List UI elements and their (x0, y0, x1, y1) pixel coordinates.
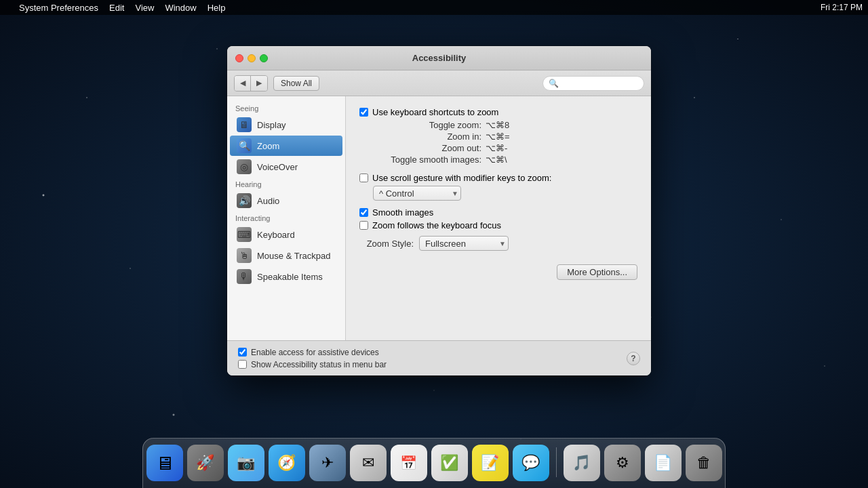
zoom-icon: 🔍 (237, 138, 252, 153)
dock-item-calendar[interactable]: 📅 (391, 445, 427, 481)
modifier-dropdown-wrapper: ^ Control ▼ (373, 186, 461, 201)
sidebar-item-speakable-label: Speakable Items (257, 272, 323, 282)
menubar-window[interactable]: Window (165, 3, 196, 13)
voiceover-icon: ◎ (237, 159, 252, 174)
dock-item-safari[interactable]: 🧭 (269, 445, 305, 481)
zoom-keyboard-row: Zoom follows the keyboard focus (359, 220, 637, 230)
keyboard-shortcuts-checkbox[interactable] (359, 108, 368, 117)
show-all-button[interactable]: Show All (273, 76, 319, 91)
sidebar-item-display[interactable]: 🖥 Display (230, 115, 342, 135)
sidebar-item-voiceover[interactable]: ◎ VoiceOver (230, 157, 342, 177)
show-status-checkbox[interactable] (238, 360, 247, 369)
dock-separator (556, 447, 557, 477)
toggle-zoom-label: Toggle zoom: (373, 120, 481, 130)
sidebar-item-audio-label: Audio (257, 196, 279, 206)
menubar-right: Fri 2:17 PM (821, 3, 863, 12)
zoom-out-key: ⌥⌘- (486, 143, 507, 153)
enable-assistive-checkbox[interactable] (238, 348, 247, 357)
dock-items: 🖥 🚀 📷 🧭 ✈ ✉ 📅 ✅ 📝 💬 🎵 ⚙ 📄 🗑 (138, 445, 730, 485)
zoom-keyboard-checkbox[interactable] (359, 221, 368, 230)
more-options-button[interactable]: More Options... (557, 264, 637, 280)
dock-item-migration[interactable]: ✈ (309, 445, 346, 481)
shortcut-row-zoomin: Zoom in: ⌥⌘= (373, 131, 637, 142)
maximize-button[interactable] (260, 54, 268, 62)
keyboard-icon: ⌨ (237, 227, 252, 242)
sidebar-item-mouse[interactable]: 🖱 Mouse & Trackpad (230, 245, 342, 266)
footer-content: Enable access for assistive devices Show… (238, 348, 621, 369)
sidebar: Seeing 🖥 Display 🔍 Zoom ◎ VoiceOver Hear… (227, 96, 346, 340)
dock-item-finder[interactable]: 🖥 (146, 445, 183, 481)
minimize-button[interactable] (248, 54, 256, 62)
menubar-system-preferences[interactable]: System Preferences (19, 3, 98, 13)
dock-item-trash[interactable]: 🗑 (686, 445, 722, 481)
dock: 🖥 🚀 📷 🧭 ✈ ✉ 📅 ✅ 📝 💬 🎵 ⚙ 📄 🗑 (0, 434, 868, 488)
menubar-view[interactable]: View (135, 3, 154, 13)
shortcut-row-toggle: Toggle zoom: ⌥⌘8 (373, 120, 637, 130)
dock-item-itunes[interactable]: 🎵 (564, 445, 600, 481)
enable-assistive-row: Enable access for assistive devices (238, 348, 621, 357)
dock-item-photos[interactable]: 📷 (228, 445, 264, 481)
footer: Enable access for assistive devices Show… (227, 340, 651, 375)
titlebar: Accessibility (227, 46, 651, 70)
zoom-style-row: Zoom Style: Fullscreen Picture-in-Pictur… (359, 236, 637, 251)
shortcut-row-zoomout: Zoom out: ⌥⌘- (373, 143, 637, 153)
seeing-section-label: Seeing (227, 102, 345, 114)
dock-item-messages[interactable]: 💬 (513, 445, 549, 481)
zoom-style-dropdown[interactable]: Fullscreen Picture-in-Picture (419, 236, 509, 251)
scroll-gesture-checkbox[interactable] (359, 174, 368, 182)
dock-item-reminders[interactable]: ✅ (431, 445, 468, 481)
sidebar-item-keyboard[interactable]: ⌨ Keyboard (230, 224, 342, 245)
smooth-images-label: Smooth images (372, 207, 433, 218)
zoom-style-label: Zoom Style: (359, 239, 414, 249)
modifier-key-dropdown[interactable]: ^ Control (373, 186, 461, 201)
smooth-images-checkbox[interactable] (359, 208, 368, 217)
sidebar-item-display-label: Display (257, 120, 286, 130)
toggle-zoom-key: ⌥⌘8 (486, 120, 509, 130)
dock-item-mail[interactable]: ✉ (350, 445, 387, 481)
smooth-images-shortcut-key: ⌥⌘\ (486, 155, 507, 165)
forward-button[interactable]: ▶ (251, 76, 267, 91)
keyboard-shortcuts-label: Use keyboard shortcuts to zoom (372, 107, 498, 117)
menubar-help[interactable]: Help (208, 3, 226, 13)
zoom-in-label: Zoom in: (373, 131, 481, 142)
smooth-images-shortcut-label: Toggle smooth images: (373, 155, 481, 165)
show-status-row: Show Accessibility status in menu bar (238, 360, 621, 369)
toolbar: ◀ ▶ Show All 🔍 (227, 70, 651, 96)
show-status-label: Show Accessibility status in menu bar (251, 360, 387, 369)
more-options-row: More Options... (359, 264, 637, 280)
close-button[interactable] (235, 54, 243, 62)
zoom-style-dropdown-wrapper: Fullscreen Picture-in-Picture ▼ (419, 236, 509, 251)
nav-buttons: ◀ ▶ (234, 75, 268, 92)
menubar-edit[interactable]: Edit (109, 3, 124, 13)
zoom-out-label: Zoom out: (373, 143, 481, 153)
sidebar-item-keyboard-label: Keyboard (257, 230, 295, 240)
sidebar-item-zoom-label: Zoom (257, 141, 279, 151)
zoom-in-key: ⌥⌘= (486, 131, 510, 142)
main-panel: Use keyboard shortcuts to zoom Toggle zo… (346, 96, 651, 340)
sidebar-item-speakable[interactable]: 🎙 Speakable Items (230, 266, 342, 287)
shortcut-row-smooth: Toggle smooth images: ⌥⌘\ (373, 155, 637, 165)
scroll-gesture-label: Use scroll gesture with modifier keys to… (372, 173, 551, 183)
search-box[interactable]: 🔍 (542, 76, 644, 91)
dock-item-launchpad[interactable]: 🚀 (187, 445, 224, 481)
shortcuts-table: Toggle zoom: ⌥⌘8 Zoom in: ⌥⌘= Zoom out: … (373, 120, 637, 165)
dock-item-docs[interactable]: 📄 (645, 445, 682, 481)
smooth-images-row: Smooth images (359, 207, 637, 218)
sidebar-item-zoom[interactable]: 🔍 Zoom (230, 136, 342, 156)
scroll-gesture-row: Use scroll gesture with modifier keys to… (359, 173, 637, 183)
mouse-icon: 🖱 (237, 248, 252, 263)
dock-item-sysprefs[interactable]: ⚙ (604, 445, 641, 481)
help-button[interactable]: ? (627, 352, 640, 365)
dock-item-stickies[interactable]: 📝 (472, 445, 509, 481)
accessibility-window: Accessibility ◀ ▶ Show All 🔍 Seeing 🖥 Di… (227, 46, 651, 375)
traffic-lights (235, 54, 268, 62)
speakable-icon: 🎙 (237, 269, 252, 284)
modifier-key-row: ^ Control ▼ (373, 186, 637, 201)
sidebar-item-voiceover-label: VoiceOver (257, 162, 298, 172)
back-button[interactable]: ◀ (235, 76, 251, 91)
window-title: Accessibility (412, 53, 467, 63)
menubar-time: Fri 2:17 PM (821, 3, 863, 12)
menubar-left: System Preferences Edit View Window Help (5, 3, 225, 13)
sidebar-item-audio[interactable]: 🔊 Audio (230, 190, 342, 211)
interacting-section-label: Interacting (227, 211, 345, 224)
